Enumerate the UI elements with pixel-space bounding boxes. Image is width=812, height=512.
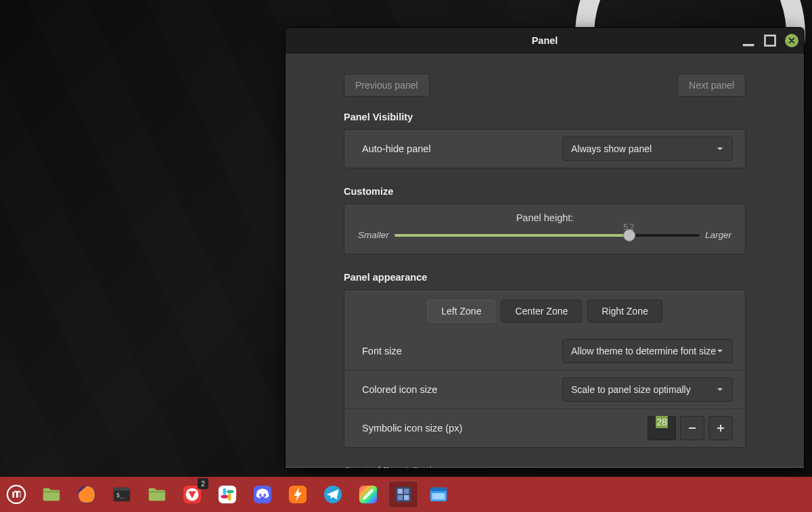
symbolic-icon-label: Symbolic icon size (px) — [362, 423, 462, 434]
svg-point-21 — [263, 494, 266, 496]
taskbar-firefox-button[interactable] — [72, 481, 102, 508]
svg-point-20 — [259, 494, 262, 496]
svg-rect-9 — [114, 488, 130, 491]
svg-rect-29 — [404, 495, 409, 501]
taskbar-grid-app-button[interactable] — [388, 481, 418, 508]
panel-settings-window: Panel Previous panel Next panel Panel Vi… — [286, 28, 804, 468]
next-panel-button[interactable]: Next panel — [677, 74, 746, 97]
svg-rect-28 — [398, 495, 403, 501]
section-title-appearance: Panel appearance — [344, 272, 746, 283]
symbolic-icon-row: Symbolic icon size (px) 28 — [344, 409, 745, 447]
symbolic-icon-input[interactable]: 28 — [648, 416, 676, 440]
firefox-icon — [76, 484, 97, 505]
panel-height-slider-row: Smaller 52 Larger — [358, 230, 731, 240]
telegram-icon — [323, 484, 343, 505]
taskbar-files-button[interactable] — [37, 481, 66, 508]
svg-rect-31 — [430, 488, 447, 492]
panel-height-slider[interactable]: 52 — [394, 234, 700, 237]
taskbar-menu-button[interactable] — [1, 481, 31, 508]
colored-icon-select[interactable]: Scale to panel size optimally — [562, 377, 733, 402]
svg-rect-32 — [432, 493, 445, 499]
svg-rect-1 — [765, 35, 775, 45]
svg-rect-18 — [221, 495, 228, 498]
slack-icon — [217, 484, 238, 505]
taskbar-panel: $_ 2 — [0, 477, 812, 512]
visibility-card: Auto-hide panel Always show panel — [344, 129, 746, 168]
close-icon — [788, 37, 795, 44]
customize-card: Panel height: Smaller 52 Larger — [344, 204, 746, 254]
font-size-label: Font size — [362, 346, 402, 356]
chevron-down-icon — [716, 145, 724, 153]
window-body: Previous panel Next panel Panel Visibili… — [286, 53, 804, 468]
slider-smaller-label: Smaller — [358, 230, 389, 240]
rainbow-pencil-icon — [358, 484, 378, 505]
font-size-row: Font size Allow theme to determine font … — [344, 332, 745, 370]
svg-rect-27 — [404, 489, 409, 494]
taskbar-slack-button[interactable] — [212, 481, 242, 508]
slider-larger-label: Larger — [705, 230, 731, 240]
svg-rect-0 — [743, 44, 754, 46]
grid-icon — [393, 484, 413, 505]
svg-rect-6 — [43, 491, 60, 492]
minus-icon — [687, 423, 698, 434]
taskbar-color-picker-button[interactable] — [353, 481, 383, 508]
colored-icon-label: Colored icon size — [362, 384, 437, 395]
svg-text:$_: $_ — [116, 491, 125, 498]
autohide-value: Always show panel — [571, 143, 652, 154]
svg-rect-11 — [149, 491, 165, 492]
panel-height-slider-thumb[interactable] — [623, 229, 635, 241]
autohide-row: Auto-hide panel Always show panel — [344, 130, 745, 168]
taskbar-telegram-button[interactable] — [318, 481, 348, 508]
font-size-value: Allow theme to determine font size — [571, 346, 716, 356]
section-title-visibility: Panel Visibility — [344, 112, 746, 122]
zone-center-button[interactable]: Center Zone — [501, 300, 582, 323]
window-maximize-button[interactable] — [763, 34, 777, 47]
svg-rect-16 — [228, 494, 231, 501]
svg-rect-2 — [689, 427, 696, 429]
chevron-down-icon — [716, 347, 724, 355]
font-size-select[interactable]: Allow theme to determine font size — [562, 339, 733, 363]
svg-rect-15 — [223, 488, 226, 495]
window-titlebar[interactable]: Panel — [286, 28, 804, 53]
autohide-label: Auto-hide panel — [362, 143, 431, 154]
symbolic-icon-stepper: 28 — [648, 416, 733, 440]
taskbar-vivaldi-badge: 2 — [198, 478, 208, 489]
panel-height-label: Panel height: — [358, 212, 731, 223]
maximize-icon — [763, 34, 777, 47]
taskbar-winamp-button[interactable] — [283, 481, 313, 508]
lightning-icon — [288, 484, 308, 505]
svg-rect-14 — [219, 486, 236, 503]
panel-nav-row: Previous panel Next panel — [344, 74, 746, 97]
chevron-down-icon — [716, 386, 724, 394]
taskbar-discord-button[interactable] — [248, 481, 277, 508]
zone-left-button[interactable]: Left Zone — [427, 300, 495, 323]
window-close-button[interactable] — [785, 34, 798, 47]
taskbar-viewer-button[interactable] — [424, 481, 453, 508]
window-controls — [742, 28, 798, 53]
colored-icon-value: Scale to panel size optimally — [571, 384, 691, 395]
folder-icon — [41, 484, 62, 505]
zone-right-button[interactable]: Right Zone — [587, 300, 662, 323]
window-resize-handle[interactable] — [286, 467, 804, 468]
taskbar-terminal-button[interactable]: $_ — [107, 481, 137, 508]
image-viewer-icon — [428, 484, 449, 505]
previous-panel-button[interactable]: Previous panel — [344, 74, 430, 97]
terminal-icon: $_ — [112, 484, 132, 505]
svg-rect-4 — [720, 425, 721, 432]
appearance-card: Left Zone Center Zone Right Zone Font si… — [344, 289, 746, 448]
mint-logo-icon — [6, 484, 26, 505]
zone-selector: Left Zone Center Zone Right Zone — [344, 290, 745, 332]
symbolic-icon-increase-button[interactable] — [708, 416, 733, 440]
window-minimize-button[interactable] — [742, 34, 755, 47]
plus-icon — [715, 423, 726, 434]
colored-icon-row: Colored icon size Scale to panel size op… — [344, 370, 745, 409]
symbolic-icon-decrease-button[interactable] — [680, 416, 704, 440]
folder-icon — [147, 484, 167, 505]
section-title-customize: Customize — [344, 186, 746, 197]
taskbar-files2-button[interactable] — [142, 481, 172, 508]
minimize-icon — [742, 34, 755, 47]
discord-icon — [252, 484, 273, 505]
autohide-select[interactable]: Always show panel — [562, 137, 733, 161]
taskbar-vivaldi-button[interactable]: 2 — [177, 481, 207, 508]
svg-rect-26 — [398, 489, 403, 494]
